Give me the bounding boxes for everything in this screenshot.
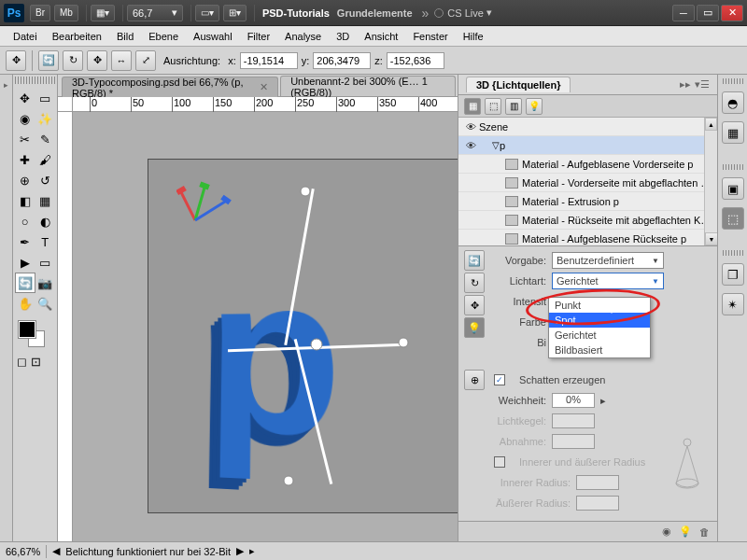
- light-add-icon[interactable]: ⊕: [464, 370, 485, 390]
- move-tool-icon[interactable]: ✥: [15, 88, 35, 108]
- canvas-viewport[interactable]: p: [73, 112, 458, 541]
- adjustments-panel-icon[interactable]: ▣: [722, 177, 744, 200]
- lichtart-dropdown[interactable]: Gerichtet▼: [552, 273, 664, 289]
- new-light-icon[interactable]: 💡: [679, 525, 692, 538]
- panel-collapse-icon[interactable]: ▸▸: [680, 78, 691, 91]
- 3d-object-tool-icon[interactable]: 🔄: [15, 273, 35, 293]
- fg-swatch[interactable]: [19, 321, 35, 338]
- panel-tab-3d[interactable]: 3D {Lichtquellen} ▸▸▾☰: [458, 75, 717, 95]
- toolbox-grip[interactable]: [15, 77, 55, 84]
- x-field[interactable]: -19,1514: [240, 52, 298, 69]
- zoom-tool-icon[interactable]: 🔍: [35, 293, 56, 314]
- ruler-horizontal[interactable]: 050100150200250300350400450: [58, 97, 458, 112]
- blur-tool-icon[interactable]: ○: [15, 211, 35, 231]
- heal-tool-icon[interactable]: ✚: [15, 149, 35, 170]
- vorgabe-dropdown[interactable]: Benutzerdefiniert▼: [552, 252, 664, 269]
- scene-row[interactable]: Material - Extrusion p: [458, 192, 717, 211]
- menu-analyse[interactable]: Analyse: [277, 31, 329, 42]
- lasso-tool-icon[interactable]: ◉: [15, 108, 35, 129]
- filter-mesh-icon[interactable]: ⬚: [485, 98, 501, 115]
- menu-bearbeiten[interactable]: Bearbeiten: [45, 31, 109, 42]
- color-swatches[interactable]: [15, 321, 55, 351]
- 3d-slide-icon[interactable]: ↔: [111, 50, 132, 71]
- crop-tool-icon[interactable]: ✂: [15, 129, 35, 149]
- doc-tab-1[interactable]: 3D-Typocomposing.psd bei 66,7% (p, RGB/8…: [62, 77, 278, 97]
- status-zoom[interactable]: 66,67%: [6, 546, 40, 557]
- close-icon[interactable]: ✕: [260, 81, 268, 93]
- left-collapse-strip[interactable]: ▸: [0, 75, 13, 541]
- filter-material-icon[interactable]: ▥: [505, 98, 522, 115]
- menu-item-bildbasiert[interactable]: Bildbasiert: [549, 343, 650, 357]
- marquee-tool-icon[interactable]: ▭: [35, 88, 56, 108]
- weichheit-field[interactable]: 0%: [552, 393, 595, 408]
- 3d-rotate-icon[interactable]: 🔄: [38, 50, 59, 71]
- light-point-icon[interactable]: 💡: [464, 317, 485, 338]
- hand-tool-icon[interactable]: ✋: [15, 293, 35, 314]
- arrange-docs-button[interactable]: ⊞▾: [223, 5, 247, 21]
- menu-ansicht[interactable]: Ansicht: [357, 31, 405, 42]
- menu-hilfe[interactable]: Hilfe: [456, 31, 491, 42]
- filter-scene-icon[interactable]: ▦: [464, 98, 481, 115]
- pen-tool-icon[interactable]: ✒: [15, 231, 35, 252]
- cs-live-button[interactable]: CS Live ▾: [434, 7, 492, 19]
- layers-panel-icon[interactable]: ❐: [722, 263, 744, 286]
- menu-item-spot[interactable]: Spot↖: [549, 313, 650, 328]
- dodge-tool-icon[interactable]: ◐: [35, 211, 56, 231]
- lichtart-menu[interactable]: Punkt Spot↖ Gerichtet Bildbasiert: [548, 297, 651, 358]
- path-select-icon[interactable]: ▶: [15, 252, 35, 273]
- 3d-panel-icon[interactable]: ⬚: [722, 207, 744, 230]
- status-prev-icon[interactable]: ◀: [52, 545, 60, 557]
- scene-scrollbar[interactable]: ▲ ▼: [704, 118, 717, 245]
- eyedropper-tool-icon[interactable]: ✎: [35, 129, 56, 149]
- menu-auswahl[interactable]: Auswahl: [186, 31, 240, 42]
- swatches-panel-icon[interactable]: ▦: [722, 121, 744, 144]
- 3d-camera-tool-icon[interactable]: 📷: [35, 273, 56, 293]
- gradient-tool-icon[interactable]: ▦: [35, 190, 56, 211]
- maximize-button[interactable]: ▭: [697, 5, 719, 21]
- minimize-button[interactable]: ─: [672, 5, 695, 21]
- delete-light-icon[interactable]: 🗑: [699, 526, 710, 538]
- scene-row[interactable]: Material - Vorderseite mit abgeflachten …: [458, 174, 717, 192]
- light-rotate-icon[interactable]: 🔄: [464, 250, 485, 271]
- channels-panel-icon[interactable]: ✴: [722, 293, 744, 315]
- menu-fenster[interactable]: Fenster: [405, 31, 455, 42]
- filter-light-icon[interactable]: 💡: [526, 98, 543, 115]
- scene-tree[interactable]: 👁Szene👁▽ pMaterial - Aufgeblasene Vorder…: [458, 118, 717, 246]
- doc-tab-2[interactable]: Unbenannt-2 bei 300% (E… 1 (RGB/8)): [280, 76, 456, 96]
- z-field[interactable]: -152,636: [387, 52, 444, 69]
- scroll-up-icon[interactable]: ▲: [705, 118, 717, 131]
- menu-item-gerichtet[interactable]: Gerichtet: [549, 328, 650, 343]
- schatten-checkbox[interactable]: ✓: [494, 374, 505, 385]
- workspace-other[interactable]: Grundelemente: [337, 7, 413, 19]
- status-next-icon[interactable]: ▶: [236, 545, 244, 557]
- scroll-down-icon[interactable]: ▼: [705, 232, 717, 245]
- 3d-roll-icon[interactable]: ↻: [63, 50, 83, 71]
- menu-bild[interactable]: Bild: [109, 31, 141, 42]
- y-field[interactable]: 206,3479: [313, 52, 371, 69]
- 3d-scale-icon[interactable]: ⤢: [135, 50, 156, 71]
- scene-row[interactable]: Material - Rückseite mit abgeflachten K…: [458, 211, 717, 230]
- current-tool-icon[interactable]: ✥: [6, 50, 26, 71]
- status-menu-icon[interactable]: ▸: [249, 545, 255, 557]
- zoom-level-field[interactable]: 66,7▾: [127, 5, 183, 21]
- bridge-button[interactable]: Br: [30, 5, 50, 21]
- screenmode-tool-icon[interactable]: ⊡: [29, 355, 43, 369]
- ruler-vertical[interactable]: [58, 112, 73, 541]
- panel-menu-icon[interactable]: ▾☰: [695, 78, 710, 91]
- menu-item-punkt[interactable]: Punkt: [549, 298, 650, 313]
- workspace-active[interactable]: PSD-Tutorials: [262, 7, 330, 19]
- light-roll-icon[interactable]: ↻: [464, 273, 485, 293]
- shape-tool-icon[interactable]: ▭: [35, 252, 56, 273]
- brush-tool-icon[interactable]: 🖌: [35, 149, 56, 170]
- view-extras-button[interactable]: ▭▾: [195, 5, 219, 21]
- screen-mode-button[interactable]: ▦▾: [91, 5, 115, 21]
- weichheit-flyout-icon[interactable]: ▸: [600, 395, 606, 407]
- toggle-lights-icon[interactable]: ◉: [662, 525, 671, 538]
- scene-row[interactable]: Material - Aufgeblasene Vorderseite p: [458, 155, 717, 174]
- close-button[interactable]: ✕: [721, 5, 743, 21]
- history-brush-icon[interactable]: ↺: [35, 170, 56, 190]
- type-tool-icon[interactable]: T: [35, 231, 56, 252]
- scene-row[interactable]: 👁Szene: [458, 118, 717, 136]
- stamp-tool-icon[interactable]: ⊕: [15, 170, 35, 190]
- wand-tool-icon[interactable]: ✨: [35, 108, 56, 129]
